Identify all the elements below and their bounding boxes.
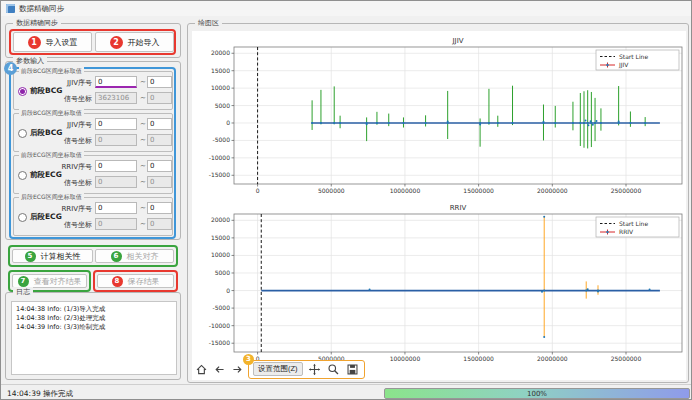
svg-text:RRIV: RRIV xyxy=(450,204,467,212)
range-separator: ~ xyxy=(140,178,146,186)
import-settings-button[interactable]: 1 导入设置 xyxy=(13,32,92,52)
svg-text:-5000: -5000 xyxy=(213,136,231,143)
step-badge-6: 6 xyxy=(111,251,122,262)
compute-correlation-label: 计算相关性 xyxy=(41,251,81,262)
signal-coord-to-input[interactable]: 0 xyxy=(147,92,172,104)
svg-text:JJIV: JJIV xyxy=(618,61,629,69)
svg-text:10000: 10000 xyxy=(211,84,230,91)
jjiv-index-from-input[interactable]: 0 xyxy=(95,76,137,88)
set-range-button[interactable]: 设置范围(Z) xyxy=(253,362,303,376)
back-icon[interactable] xyxy=(212,362,227,377)
step-badge-2: 2 xyxy=(110,36,123,49)
subgroup-rear-bcg: 后段BCG区间坐标取值 后段BCG JJIV序号 0 ~ 0 信号坐标 0 ~ … xyxy=(13,113,173,152)
svg-text:20000: 20000 xyxy=(211,216,230,223)
range-separator: ~ xyxy=(140,94,146,102)
svg-text:10000: 10000 xyxy=(211,251,230,258)
svg-text:-15000: -15000 xyxy=(209,339,230,346)
start-import-button[interactable]: 2 开始导入 xyxy=(95,32,174,52)
range-separator: ~ xyxy=(140,136,146,144)
subgroup-title: 前段ECG区间坐标取值 xyxy=(19,150,84,159)
progress-bar: 100% xyxy=(384,388,690,399)
field-label: 信号坐标 xyxy=(50,94,92,104)
rriv-index-to-input[interactable]: 0 xyxy=(147,202,172,214)
range-separator: ~ xyxy=(140,220,146,228)
signal-coord-to-input[interactable]: 0 xyxy=(147,134,172,146)
charts-figure[interactable]: JJIV050000001000000015000000200000002500… xyxy=(192,31,686,363)
svg-text:20000000: 20000000 xyxy=(537,355,568,362)
compute-correlation-button[interactable]: 5 计算相关性 xyxy=(12,249,93,263)
home-icon[interactable] xyxy=(194,362,209,377)
forward-icon[interactable] xyxy=(230,362,245,377)
statusbar: 14:04:39 操作完成 100% xyxy=(1,384,692,400)
field-label: JJIV序号 xyxy=(50,120,92,130)
signal-coord-from-input[interactable]: 3623106 xyxy=(95,92,137,104)
signal-coord-to-input[interactable]: 0 xyxy=(147,218,172,230)
step-badge-7: 7 xyxy=(18,276,29,287)
annotation-rect-save: 8 保存结果 xyxy=(93,270,178,292)
svg-text:10000000: 10000000 xyxy=(390,187,421,194)
jjiv-index-from-input[interactable]: 0 xyxy=(95,118,137,130)
step-badge-5: 5 xyxy=(25,251,36,262)
progress-label: 100% xyxy=(527,390,547,398)
field-label: RRIV序号 xyxy=(50,162,92,172)
log-groupbox: 日志 14:04:38 Info: (1/3)导入完成 14:04:38 Inf… xyxy=(5,292,181,380)
field-label: RRIV序号 xyxy=(50,204,92,214)
front-ecg-radio[interactable] xyxy=(18,171,27,180)
signal-coord-from-input[interactable]: 0 xyxy=(95,218,137,230)
log-group-title: 日志 xyxy=(13,287,33,297)
sync-groupbox: 数据精确同步 1 导入设置 2 开始导入 xyxy=(5,23,181,58)
figure-canvas[interactable]: JJIV050000001000000015000000200000002500… xyxy=(192,31,686,380)
rear-ecg-radio[interactable] xyxy=(18,213,27,222)
svg-text:5000000: 5000000 xyxy=(318,187,345,194)
svg-text:20000: 20000 xyxy=(211,49,230,56)
save-result-label: 保存结果 xyxy=(128,276,160,287)
subgroup-title: 后段ECG区间坐标取值 xyxy=(19,192,84,201)
range-separator: ~ xyxy=(140,78,146,86)
log-entry: 14:04:39 Info: (3/3)绘制完成 xyxy=(16,323,172,332)
svg-text:Start Line: Start Line xyxy=(619,220,648,227)
svg-text:10000000: 10000000 xyxy=(390,355,421,362)
correlation-align-button[interactable]: 6 相关对齐 xyxy=(95,249,174,263)
correlation-align-label: 相关对齐 xyxy=(127,251,159,262)
save-icon[interactable] xyxy=(345,362,360,377)
field-label: 信号坐标 xyxy=(50,178,92,188)
params-group-title: 参数输入 xyxy=(13,56,47,66)
subgroup-rear-ecg: 后段ECG区间坐标取值 后段ECG RRIV序号 0 ~ 0 信号坐标 0 ~ … xyxy=(13,197,173,236)
window-title: 数据精确同步 xyxy=(19,4,64,14)
svg-text:15000: 15000 xyxy=(211,67,230,74)
svg-text:0: 0 xyxy=(226,287,230,294)
rear-bcg-radio[interactable] xyxy=(18,129,27,138)
rriv-index-to-input[interactable]: 0 xyxy=(147,160,172,172)
jjiv-index-to-input[interactable]: 0 xyxy=(147,76,172,88)
svg-text:-10000: -10000 xyxy=(209,322,230,329)
signal-coord-to-input[interactable]: 0 xyxy=(147,176,172,188)
signal-coord-from-input[interactable]: 0 xyxy=(95,134,137,146)
svg-text:0: 0 xyxy=(256,187,260,194)
signal-coord-from-input[interactable]: 0 xyxy=(95,176,137,188)
zoom-icon[interactable] xyxy=(326,362,341,377)
annotation-rect-correlation: 5 计算相关性 6 相关对齐 xyxy=(8,245,178,267)
subgroup-front-bcg: 前段BCG区间坐标取值 前段BCG JJIV序号 0 ~ 0 信号坐标 3623… xyxy=(13,71,173,110)
svg-text:5000: 5000 xyxy=(215,269,230,276)
svg-text:5000: 5000 xyxy=(215,102,230,109)
view-align-result-button[interactable]: 7 查看对齐结果 xyxy=(12,274,87,288)
step-badge-3: 3 xyxy=(243,354,254,365)
svg-text:-5000: -5000 xyxy=(213,304,231,311)
plot-groupbox: 绘图区 JJIV05000000100000001500000020000000… xyxy=(187,23,689,383)
view-align-result-label: 查看对齐结果 xyxy=(34,276,82,287)
svg-text:15000000: 15000000 xyxy=(463,355,494,362)
range-separator: ~ xyxy=(140,162,146,170)
jjiv-index-to-input[interactable]: 0 xyxy=(147,118,172,130)
svg-text:-10000: -10000 xyxy=(209,154,230,161)
pan-icon[interactable] xyxy=(307,362,322,377)
svg-text:15000000: 15000000 xyxy=(463,187,494,194)
front-bcg-radio[interactable] xyxy=(18,87,27,96)
status-message: 14:04:39 操作完成 xyxy=(7,389,73,399)
rriv-index-from-input[interactable]: 0 xyxy=(95,160,137,172)
sync-group-title: 数据精确同步 xyxy=(13,18,61,28)
log-textarea[interactable]: 14:04:38 Info: (1/3)导入完成 14:04:38 Info: … xyxy=(11,301,177,375)
rriv-index-from-input[interactable]: 0 xyxy=(95,202,137,214)
subgroup-front-ecg: 前段ECG区间坐标取值 前段ECG RRIV序号 0 ~ 0 信号坐标 0 ~ … xyxy=(13,155,173,194)
save-result-button[interactable]: 8 保存结果 xyxy=(97,274,174,288)
svg-text:JJIV: JJIV xyxy=(452,37,464,45)
